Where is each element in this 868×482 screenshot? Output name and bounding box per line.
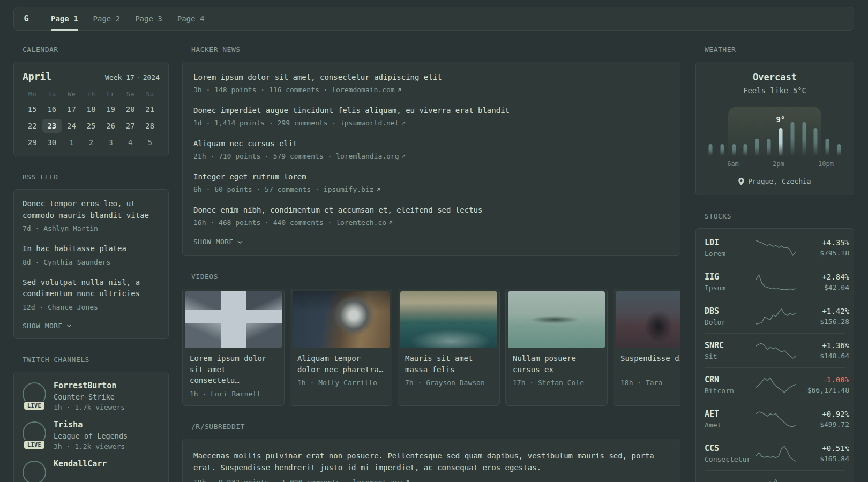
calendar-day: 28 <box>140 119 160 133</box>
channel-game: League of Legends <box>54 432 128 440</box>
weather-bar-slot: 9° <box>775 107 787 156</box>
stocks-widget: STOCKS LDI Lorem +4.35% $795.18 <box>695 212 854 482</box>
rss-item-title-link[interactable]: Sed volutpat nulla nisl, a condimentum n… <box>23 277 160 300</box>
story-title-link[interactable]: Lorem ipsum dolor sit amet, consectetur … <box>193 72 669 82</box>
hackernews-show-more-button[interactable]: SHOW MORE <box>193 238 243 246</box>
video-card[interactable]: Suspendisse diam 18h · Tara <box>613 289 680 406</box>
video-thumbnail <box>616 291 680 348</box>
tab-page-2[interactable]: Page 2 <box>93 7 121 30</box>
story-meta: 16h · 468 points · 440 comments · loremt… <box>193 218 669 228</box>
calendar-day: 1 <box>62 135 81 149</box>
stock-row[interactable]: AET Amet +0.92% $499.72 <box>705 402 845 436</box>
twitch-channel[interactable]: LIVE ForrestBurton Counter-Strike 1h · 1… <box>23 381 160 411</box>
stock-row[interactable]: CCS Consectetur +0.51% $165.84 <box>705 436 845 470</box>
stock-name: Ipsum <box>705 284 756 292</box>
stock-ticker: DBS <box>705 306 756 316</box>
rss-item-title-link[interactable]: Donec tempor eros leo, ut commodo mauris… <box>23 198 160 221</box>
stock-sparkline <box>756 342 796 360</box>
video-card[interactable]: Aliquam tempor dolor nec pharetra… 1h · … <box>290 289 392 406</box>
story-domain-link[interactable]: loremtech.co <box>336 219 393 227</box>
story-title-link[interactable]: Aliquam nec cursus elit <box>193 138 669 149</box>
stock-row[interactable]: CRN Bitcorn -1.00% $66,171.48 <box>705 367 845 402</box>
stock-id: AET Amet <box>705 409 756 429</box>
weather-card: Overcast Feels like 5°C 9° 6am2pm10pm Pr… <box>695 62 854 195</box>
calendar-year: 2024 <box>143 73 160 81</box>
calendar-day: 15 <box>23 102 42 116</box>
post-domain-link[interactable]: loremnet.xyz <box>353 478 410 482</box>
channel-name: Trisha <box>54 420 128 430</box>
stock-sparkline <box>756 273 796 291</box>
story-domain: loremdomain.com <box>332 86 394 94</box>
rss-show-more-button[interactable]: SHOW MORE <box>23 322 72 330</box>
twitch-channel[interactable]: LIVE Trisha League of Legends 3h · 1.2k … <box>23 420 160 450</box>
weather-bar <box>732 144 736 156</box>
calendar-day: 30 <box>42 135 62 149</box>
weather-time-label: 10pm <box>818 160 834 168</box>
video-card[interactable]: Mauris sit amet massa felis 7h · Grayson… <box>398 289 500 406</box>
video-card[interactable]: Lorem ipsum dolor sit amet consectetu… 1… <box>182 289 285 406</box>
story-title-link[interactable]: Integer eget rutrum lorem <box>193 171 669 182</box>
weather-bar <box>720 144 724 156</box>
stock-row[interactable]: AHS +0.46% <box>705 470 845 482</box>
calendar-section-title: CALENDAR <box>23 46 169 54</box>
stock-name: Bitcorn <box>705 387 756 395</box>
story-meta-text: 1d · 1,414 points · 299 comments · <box>193 119 340 127</box>
calendar-weekday: Sa <box>121 91 140 98</box>
stock-row[interactable]: SNRC Sit +1.36% $148.64 <box>705 333 845 367</box>
calendar-day: 25 <box>81 119 101 133</box>
tab-page-4[interactable]: Page 4 <box>177 7 205 30</box>
stock-change: +4.35% <box>796 238 849 247</box>
stock-name: Dolor <box>705 318 756 326</box>
calendar-day: 18 <box>81 102 101 116</box>
stock-values: -1.00% $66,171.48 <box>796 375 849 394</box>
weather-bar-slot <box>833 107 845 156</box>
rss-item-title-link[interactable]: In hac habitasse platea <box>23 243 160 255</box>
video-text: Lorem ipsum dolor sit amet consectetu… 1… <box>185 348 282 403</box>
calendar-day: 21 <box>140 102 160 116</box>
tab-page-1[interactable]: Page 1 <box>51 7 78 30</box>
story-meta: 3h · 148 points · 116 comments · loremdo… <box>193 85 669 95</box>
video-meta: 18h · Tara <box>620 379 680 387</box>
weather-bar-slot <box>728 107 740 156</box>
videos-list: Lorem ipsum dolor sit amet consectetu… 1… <box>182 289 680 406</box>
twitch-channel[interactable]: KendallCarr <box>23 459 160 482</box>
story-title-link[interactable]: Donec imperdiet augue tincidunt felis al… <box>193 105 669 116</box>
calendar-weekday: Fr <box>101 91 121 98</box>
main-content: CALENDAR April Week 17·2024 MoTuWeThFrSa… <box>0 31 868 482</box>
calendar-day: 24 <box>62 119 81 133</box>
weather-bar-slot <box>763 107 775 156</box>
weather-bar <box>744 144 747 156</box>
live-badge: LIVE <box>24 441 44 449</box>
story-domain-link[interactable]: ipsumworld.net <box>340 119 406 127</box>
video-card[interactable]: Nullam posuere cursus ex 17h · Stefan Co… <box>505 289 608 406</box>
stock-ticker: IIG <box>705 272 756 282</box>
weather-bar-slot <box>798 107 810 156</box>
post-title-link[interactable]: Maecenas mollis pulvinar erat non posuer… <box>193 450 669 473</box>
story-domain-link[interactable]: loremdomain.com <box>332 86 401 94</box>
weather-bar <box>790 122 794 156</box>
story-domain-link[interactable]: ipsumify.biz <box>324 185 381 193</box>
rss-card: Donec tempor eros leo, ut commodo mauris… <box>13 189 169 339</box>
stock-row[interactable]: DBS Dolor +1.42% $156.28 <box>705 299 845 333</box>
stock-values: +0.92% $499.72 <box>796 410 849 428</box>
rss-list: Donec tempor eros leo, ut commodo mauris… <box>23 198 160 312</box>
story-domain-link[interactable]: loremlandia.org <box>336 152 406 160</box>
weather-bar-slot <box>810 107 821 156</box>
stock-sparkline <box>756 376 796 394</box>
calendar-week: Week 17·2024 <box>105 73 160 81</box>
logo[interactable]: G <box>14 7 39 30</box>
tab-page-3[interactable]: Page 3 <box>135 7 162 30</box>
calendar-day-selected: 23 <box>42 119 62 133</box>
rss-item: Donec tempor eros leo, ut commodo mauris… <box>23 198 160 234</box>
stock-row[interactable]: LDI Lorem +4.35% $795.18 <box>705 231 845 265</box>
stock-sparkline <box>756 478 796 482</box>
weather-time-label <box>807 160 818 168</box>
stock-row[interactable]: IIG Ipsum +2.84% $42.04 <box>705 265 845 299</box>
stock-values: +4.35% $795.18 <box>796 238 849 257</box>
weather-bar-current <box>779 128 782 156</box>
channel-info: ForrestBurton Counter-Strike 1h · 1.7k v… <box>54 381 125 411</box>
weather-section-title: WEATHER <box>705 46 854 54</box>
weather-time-label: 6am <box>727 160 739 168</box>
story-meta-text: 21h · 710 points · 579 comments · <box>193 152 336 160</box>
story-title-link[interactable]: Donec enim nibh, condimentum et accumsan… <box>193 205 669 215</box>
